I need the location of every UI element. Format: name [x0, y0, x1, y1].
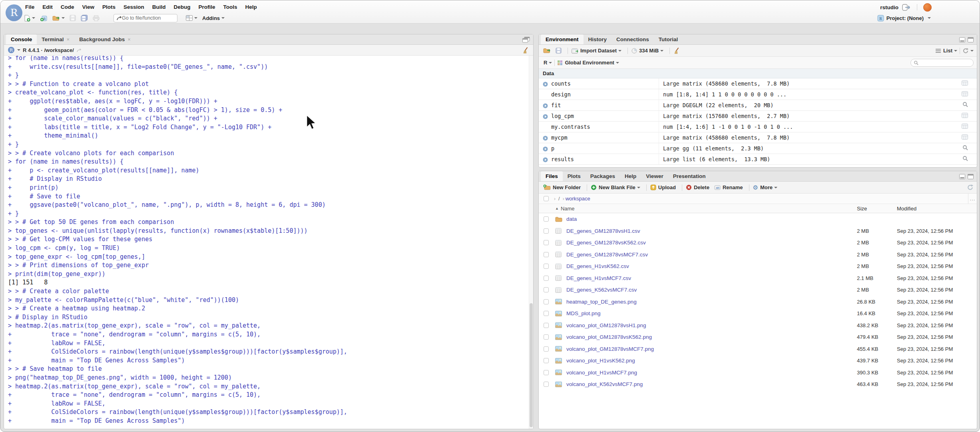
maximize-pane-icon[interactable]: [968, 174, 974, 179]
console-tab-console[interactable]: Console: [6, 34, 37, 44]
expand-icon[interactable]: [543, 146, 548, 152]
menu-code[interactable]: Code: [57, 2, 78, 13]
file-name-link[interactable]: DE_genes_GM12878vsK562.csv: [566, 240, 857, 246]
menu-plots[interactable]: Plots: [98, 2, 120, 13]
breadcrumb-more-button[interactable]: ...: [968, 194, 977, 204]
new-folder-button[interactable]: New Folder: [542, 184, 582, 191]
new-file-button[interactable]: [23, 14, 36, 22]
file-name-link[interactable]: DE_genes_H1vsK562.csv: [566, 263, 857, 269]
chevron-down-icon[interactable]: [616, 62, 619, 64]
clear-console-broom-icon[interactable]: [522, 47, 529, 54]
environment-object-design[interactable]: designnum [1:8, 1:4] 1 1 0 0 0 0 0 0 0 0…: [539, 89, 977, 100]
addins-button[interactable]: Addins: [201, 14, 226, 22]
rename-button[interactable]: ab Rename: [713, 184, 744, 191]
save-all-button[interactable]: [80, 14, 89, 22]
view-data-grid-button[interactable]: [962, 91, 968, 98]
language-selector-label[interactable]: R: [544, 60, 547, 66]
project-selector[interactable]: R Project: (None): [877, 13, 931, 23]
close-tab-icon[interactable]: ×: [67, 36, 70, 42]
environment-tab-environment[interactable]: Environment: [541, 34, 584, 44]
menu-build[interactable]: Build: [148, 2, 170, 13]
print-button[interactable]: [92, 14, 101, 22]
load-workspace-button[interactable]: [542, 47, 552, 54]
file-checkbox[interactable]: [544, 287, 549, 292]
file-name-link[interactable]: volcano_plot_H1vsK562.png: [566, 358, 857, 364]
console-scrollbar[interactable]: [529, 56, 533, 429]
file-name-link[interactable]: MDS_plot.png: [566, 310, 857, 316]
upload-button[interactable]: Upload: [649, 184, 677, 191]
chevron-down-icon[interactable]: [954, 50, 957, 52]
memory-usage-button[interactable]: 334 MiB: [630, 47, 665, 54]
menu-tools[interactable]: Tools: [219, 2, 241, 13]
file-name-link[interactable]: volcano_plot_GM12878vsK562.png: [566, 334, 857, 340]
sign-out-icon[interactable]: [902, 4, 911, 11]
file-name-link[interactable]: DE_genes_GM12878vsH1.csv: [566, 228, 857, 234]
menu-session[interactable]: Session: [120, 2, 148, 13]
file-checkbox[interactable]: [544, 264, 549, 269]
file-checkbox[interactable]: [544, 228, 549, 234]
r-logo-icon[interactable]: R: [8, 47, 14, 53]
file-name-link[interactable]: volcano_plot_H1vsMCF7.png: [566, 370, 857, 376]
list-view-label[interactable]: List: [943, 48, 952, 54]
view-data-grid-button[interactable]: [962, 112, 968, 120]
clear-environment-button[interactable]: [672, 46, 681, 55]
file-name-link[interactable]: DE_genes_K562vsMCF7.csv: [566, 287, 857, 293]
save-workspace-button[interactable]: [554, 47, 563, 54]
inspect-object-button[interactable]: [962, 102, 968, 109]
environment-object-my-contrasts[interactable]: my.contrastsnum [1:4, 1:6] 1 -1 0 0 1 0 …: [539, 122, 977, 132]
files-tab-plots[interactable]: Plots: [563, 171, 586, 181]
file-checkbox[interactable]: [544, 358, 549, 363]
file-name-link[interactable]: volcano_plot_GM12878vsMCF7.png: [566, 346, 857, 352]
environment-tab-tutorial[interactable]: Tutorial: [654, 34, 683, 44]
file-checkbox[interactable]: [544, 216, 549, 222]
column-header-modified[interactable]: Modified: [897, 206, 973, 212]
file-checkbox[interactable]: [544, 370, 549, 375]
file-checkbox[interactable]: [544, 382, 549, 387]
expand-icon[interactable]: [543, 82, 548, 87]
chevron-down-icon[interactable]: [549, 62, 552, 64]
new-blank-file-button[interactable]: New Blank File: [590, 184, 641, 191]
file-checkbox[interactable]: [544, 240, 549, 245]
environment-scope-label[interactable]: Global Environment: [565, 60, 614, 66]
user-avatar[interactable]: [923, 3, 932, 12]
files-tab-viewer[interactable]: Viewer: [641, 171, 668, 181]
file-name-link[interactable]: heatmap_top_DE_genes.png: [566, 299, 857, 305]
column-header-size[interactable]: Size: [857, 206, 897, 212]
environment-object-mycpm[interactable]: mycpmLarge matrix (458680 elements, 7.8 …: [539, 132, 977, 143]
menu-edit[interactable]: Edit: [38, 2, 57, 13]
chevron-down-icon[interactable]: [970, 50, 974, 52]
file-name-link[interactable]: DE_genes_H1vsMCF7.csv: [566, 275, 857, 281]
delete-button[interactable]: Delete: [685, 184, 711, 191]
maximize-pane-icon[interactable]: [522, 37, 530, 43]
open-file-button[interactable]: [51, 14, 66, 22]
view-data-grid-button[interactable]: [962, 80, 968, 87]
expand-icon[interactable]: [543, 157, 548, 162]
minimize-pane-icon[interactable]: [959, 174, 965, 179]
file-checkbox[interactable]: [544, 252, 549, 257]
environment-object-results[interactable]: resultsLarge list (6 elements, 13.3 MB): [539, 154, 977, 165]
breadcrumb-root[interactable]: /: [558, 196, 560, 202]
maximize-pane-icon[interactable]: [968, 37, 974, 42]
file-checkbox[interactable]: [544, 323, 549, 328]
environment-object-log-cpm[interactable]: log_cpmLarge matrix (157680 elements, 2.…: [539, 111, 977, 122]
menu-debug[interactable]: Debug: [170, 2, 195, 13]
scrollbar-thumb[interactable]: [530, 303, 533, 427]
expand-icon[interactable]: [543, 114, 548, 119]
file-checkbox[interactable]: [544, 276, 549, 281]
file-checkbox[interactable]: [544, 334, 549, 340]
file-checkbox[interactable]: [544, 346, 549, 352]
new-project-button[interactable]: R: [39, 14, 49, 22]
expand-icon[interactable]: [543, 136, 548, 141]
menu-help[interactable]: Help: [241, 2, 261, 13]
files-tab-presentation[interactable]: Presentation: [668, 171, 711, 181]
file-name-link[interactable]: volcano_plot_K562vsMCF7.png: [566, 381, 857, 387]
select-all-checkbox[interactable]: [544, 196, 549, 201]
import-dataset-button[interactable]: Import Dataset: [570, 47, 623, 54]
breadcrumb-directory[interactable]: workspace: [566, 196, 590, 202]
minimize-pane-icon[interactable]: [959, 37, 965, 42]
files-tab-packages[interactable]: Packages: [586, 171, 620, 181]
console-tab-background-jobs[interactable]: Background Jobs×: [74, 34, 135, 44]
environment-object-fit[interactable]: fitLarge DGEGLM (22 elements, 20 MB): [539, 100, 977, 111]
environment-tab-history[interactable]: History: [584, 34, 612, 44]
file-name-link[interactable]: DE_genes_GM12878vsMCF7.csv: [566, 252, 857, 258]
